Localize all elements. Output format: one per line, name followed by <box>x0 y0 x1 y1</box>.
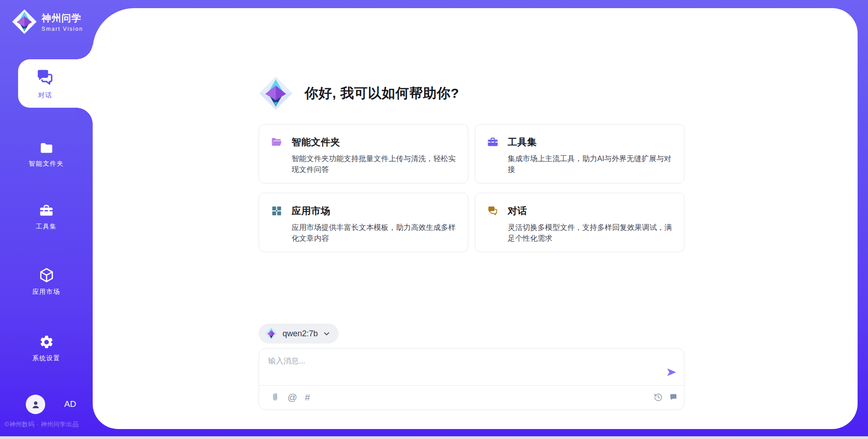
sidebar-item-label: 工具集 <box>0 223 93 231</box>
model-selector[interactable]: qwen2:7b <box>259 324 339 344</box>
avatar[interactable] <box>26 395 45 414</box>
bottom-strip <box>0 436 868 439</box>
folder-icon <box>39 141 54 155</box>
card-title: 智能文件夹 <box>292 136 340 148</box>
sidebar-item-label: 对话 <box>38 91 52 100</box>
main-panel: 你好, 我可以如何帮助你? 智能文件夹 智能文件夹功能支持批量文件上传与清洗，轻… <box>93 8 858 429</box>
composer: @ # <box>259 348 684 410</box>
sidebar-item-app-market[interactable]: 应用市场 <box>0 267 93 296</box>
card-app-market[interactable]: 应用市场 应用市场提供丰富长文本模板，助力高效生成多样化文章内容 <box>259 193 468 252</box>
paperclip-icon[interactable] <box>270 392 280 402</box>
chat-bubble-icon[interactable] <box>669 393 678 401</box>
card-toolset[interactable]: 工具集 集成市场上主流工具，助力AI与外界无缝扩展与对接 <box>475 124 684 183</box>
folder-open-icon <box>271 136 283 148</box>
card-description: 智能文件夹功能支持批量文件上传与清洗，轻松实现文件问答 <box>292 153 462 175</box>
sidebar-item-chat[interactable]: 对话 <box>18 59 93 108</box>
card-smart-folder[interactable]: 智能文件夹 智能文件夹功能支持批量文件上传与清洗，轻松实现文件问答 <box>259 124 468 183</box>
sidebar-item-toolset[interactable]: 工具集 <box>0 203 93 231</box>
cube-icon <box>38 267 55 283</box>
toolbox-icon <box>39 203 54 218</box>
brand: 神州问学 Smart Vision <box>12 9 83 34</box>
send-button[interactable] <box>665 365 678 379</box>
send-icon <box>665 366 678 378</box>
sidebar-item-label: 智能文件夹 <box>0 160 93 168</box>
greeting-text: 你好, 我可以如何帮助你? <box>305 84 459 103</box>
history-icon[interactable] <box>654 393 663 402</box>
card-description: 应用市场提供丰富长文本模板，助力高效生成多样化文章内容 <box>292 222 462 243</box>
card-title: 工具集 <box>508 136 537 148</box>
greeting-block: 你好, 我可以如何帮助你? <box>259 76 459 110</box>
feature-cards: 智能文件夹 智能文件夹功能支持批量文件上传与清洗，轻松实现文件问答 工具集 <box>259 124 684 252</box>
user-name: AD <box>64 399 76 409</box>
model-logo-icon <box>265 327 278 340</box>
toolbox-icon <box>487 136 499 148</box>
model-name: qwen2:7b <box>283 329 318 339</box>
brand-name: 神州问学 <box>42 12 83 24</box>
app-grid-icon <box>271 205 283 217</box>
brand-logo-icon <box>12 9 37 34</box>
brand-subtitle: Smart Vision <box>42 26 83 32</box>
hash-icon[interactable]: # <box>305 392 310 402</box>
sidebar-item-label: 应用市场 <box>0 288 93 296</box>
card-chat[interactable]: 对话 灵活切换多模型文件，支持多样回复效果调试，满足个性化需求 <box>475 193 684 252</box>
card-title: 应用市场 <box>292 205 330 217</box>
active-tab-fillet-bottom <box>76 108 93 124</box>
message-input[interactable] <box>259 348 684 385</box>
copyright: ©神州数码 · 神州问学出品 <box>5 420 79 429</box>
user-avatar-icon <box>30 399 42 410</box>
sidebar-item-label: 系统设置 <box>0 354 93 363</box>
sidebar: 神州问学 Smart Vision 对话 智能文件夹 <box>0 0 93 439</box>
composer-toolbar: @ # <box>259 385 684 410</box>
active-tab-fillet-top <box>76 43 93 59</box>
gear-icon <box>39 334 54 350</box>
chevron-down-icon <box>323 330 330 338</box>
user-profile[interactable]: AD <box>0 395 93 415</box>
chat-bubbles-icon <box>35 67 55 87</box>
card-description: 集成市场上主流工具，助力AI与外界无缝扩展与对接 <box>508 153 678 175</box>
assistant-logo-icon <box>259 76 293 110</box>
card-description: 灵活切换多模型文件，支持多样回复效果调试，满足个性化需求 <box>508 222 678 243</box>
at-icon[interactable]: @ <box>288 392 297 402</box>
sidebar-item-smart-folder[interactable]: 智能文件夹 <box>0 141 93 168</box>
sidebar-item-settings[interactable]: 系统设置 <box>0 334 93 363</box>
card-title: 对话 <box>508 205 527 217</box>
chat-bubbles-icon <box>487 205 499 217</box>
app-window: 神州问学 Smart Vision 对话 智能文件夹 <box>0 0 868 439</box>
